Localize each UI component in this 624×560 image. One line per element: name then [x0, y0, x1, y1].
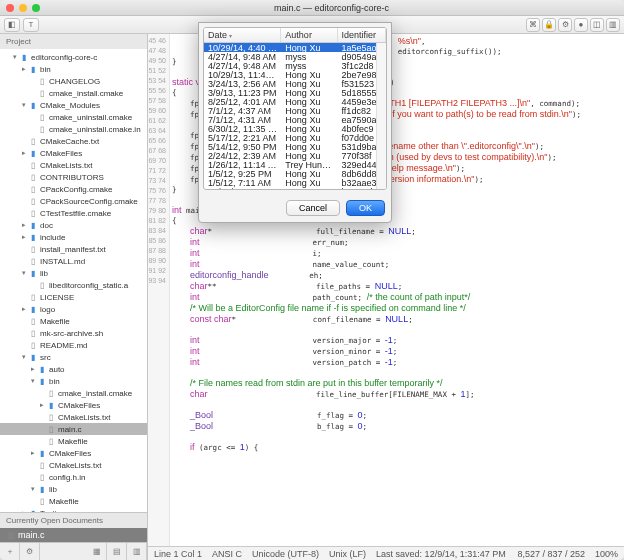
file-icon: ▯ — [37, 88, 47, 98]
tree-row[interactable]: ▯CMakeLists.txt — [0, 159, 147, 171]
tree-row[interactable]: ▯CONTRIBUTORS — [0, 171, 147, 183]
line-endings[interactable]: Unix (LF) — [329, 549, 366, 559]
table-row[interactable]: 12/30/11, 5:51 AMHong Xub7c8ceb — [204, 187, 386, 189]
col-author[interactable]: Author — [281, 28, 337, 42]
tree-row[interactable]: ▯INSTALL.md — [0, 255, 147, 267]
tree-row[interactable]: ▸▮include — [0, 231, 147, 243]
tree-row[interactable]: ▸▮logo — [0, 303, 147, 315]
tree-row[interactable]: ▯Makefile — [0, 435, 147, 447]
file-icon: ▯ — [28, 208, 38, 218]
toolbar-panel-button[interactable]: ◫ — [590, 18, 604, 32]
file-tree[interactable]: ▾▮editorconfig-core-c▸▮bin▯CHANGELOG▯cma… — [0, 49, 147, 512]
chevron-right-icon[interactable]: ▸ — [20, 305, 28, 313]
language-mode[interactable]: ANSI C — [212, 549, 242, 559]
tree-row[interactable]: ▯CMakeCache.txt — [0, 135, 147, 147]
tree-row[interactable]: ▯config.h.in — [0, 471, 147, 483]
cursor-position: Line 1 Col 1 — [154, 549, 202, 559]
tree-row[interactable]: ▯libeditorconfig_static.a — [0, 279, 147, 291]
tree-row[interactable]: ▯mk-src-archive.sh — [0, 327, 147, 339]
toolbar-lock-button[interactable]: 🔒 — [542, 18, 556, 32]
encoding[interactable]: Unicode (UTF-8) — [252, 549, 319, 559]
toolbar-back-button[interactable]: ◧ — [4, 18, 20, 32]
cancel-button[interactable]: Cancel — [286, 200, 340, 216]
chevron-right-icon[interactable]: ▸ — [38, 401, 46, 409]
toolbar-text-button[interactable]: T — [23, 18, 39, 32]
tab-mode2[interactable]: ▤ — [107, 543, 127, 560]
tree-row[interactable]: ▾▮src — [0, 351, 147, 363]
tree-row[interactable]: ▯CTestTestfile.cmake — [0, 207, 147, 219]
tree-row[interactable]: ▸▮CMakeFiles — [0, 447, 147, 459]
chevron-right-icon[interactable]: ▸ — [20, 149, 28, 157]
chevron-down-icon[interactable]: ▾ — [20, 353, 28, 361]
file-icon: ▯ — [46, 412, 56, 422]
file-icon: ▯ — [28, 160, 38, 170]
chevron-down-icon[interactable]: ▾ — [11, 53, 19, 61]
zoom-window-icon[interactable] — [32, 4, 40, 12]
chevron-right-icon[interactable]: ▸ — [20, 221, 28, 229]
chevron-right-icon[interactable]: ▸ — [29, 365, 37, 373]
ok-button[interactable]: OK — [346, 200, 385, 216]
file-icon: ▯ — [46, 388, 56, 398]
tree-row[interactable]: ▯install_manifest.txt — [0, 243, 147, 255]
tree-label: CONTRIBUTORS — [40, 173, 104, 182]
open-file-item[interactable]: ▨ main.c — [0, 528, 147, 542]
tree-row[interactable]: ▯Makefile — [0, 495, 147, 507]
toolbar-tag-button[interactable]: ⌘ — [526, 18, 540, 32]
tree-row[interactable]: ▸▮bin — [0, 63, 147, 75]
chevron-right-icon[interactable]: ▸ — [20, 233, 28, 241]
tree-row[interactable]: ▾▮editorconfig-core-c — [0, 51, 147, 63]
toolbar-dot-button[interactable]: ● — [574, 18, 588, 32]
tree-row[interactable]: ▾▮lib — [0, 267, 147, 279]
tree-row[interactable]: ▾▮lib — [0, 483, 147, 495]
line-gutter: 45 46 47 48 49 50 51 52 53 54 55 56 57 5… — [148, 34, 170, 546]
toolbar-split-button[interactable]: ▥ — [606, 18, 620, 32]
file-icon: ▯ — [28, 136, 38, 146]
tree-row[interactable]: ▯cmake_install.cmake — [0, 87, 147, 99]
minimize-window-icon[interactable] — [19, 4, 27, 12]
tree-label: README.md — [40, 341, 88, 350]
traffic-lights — [6, 4, 40, 12]
tab-mode3[interactable]: ▥ — [127, 543, 147, 560]
tree-row[interactable]: ▯CMakeLists.txt — [0, 411, 147, 423]
sort-desc-icon: ▾ — [229, 32, 232, 39]
chevron-down-icon[interactable]: ▾ — [20, 101, 28, 109]
tree-row[interactable]: ▯README.md — [0, 339, 147, 351]
tree-row[interactable]: ▯cmake_uninstall.cmake — [0, 111, 147, 123]
close-window-icon[interactable] — [6, 4, 14, 12]
tree-label: src — [40, 353, 51, 362]
tree-row[interactable]: ▯main.c — [0, 423, 147, 435]
tree-row[interactable]: ▯CPackSourceConfig.cmake — [0, 195, 147, 207]
tab-mode1[interactable]: ▦ — [87, 543, 107, 560]
col-date[interactable]: Date▾ — [204, 28, 281, 42]
zoom-level[interactable]: 100% — [595, 549, 618, 559]
col-identifier[interactable]: Identifier — [338, 28, 386, 42]
tree-label: Makefile — [49, 497, 79, 506]
tree-row[interactable]: ▾▮CMake_Modules — [0, 99, 147, 111]
tree-row[interactable]: ▸▮CMakeFiles — [0, 147, 147, 159]
file-icon: ▯ — [28, 340, 38, 350]
tree-row[interactable]: ▯CHANGELOG — [0, 75, 147, 87]
table-scrollbar[interactable] — [376, 43, 386, 189]
tree-row[interactable]: ▯cmake_uninstall.cmake.in — [0, 123, 147, 135]
tree-row[interactable]: ▸▮CMakeFiles — [0, 399, 147, 411]
tab-gear-icon[interactable]: ⚙ — [20, 543, 40, 560]
tree-row[interactable]: ▯cmake_install.cmake — [0, 387, 147, 399]
tree-row[interactable]: ▯LICENSE — [0, 291, 147, 303]
chevron-down-icon[interactable]: ▾ — [20, 269, 28, 277]
tree-row[interactable]: ▸▮doc — [0, 219, 147, 231]
tree-row[interactable]: ▾▮bin — [0, 375, 147, 387]
chevron-right-icon[interactable]: ▸ — [20, 65, 28, 73]
chevron-right-icon[interactable]: ▸ — [29, 449, 37, 457]
table-body[interactable]: 10/29/14, 4:40 PMHong Xu1a5e5ao4/27/14, … — [204, 43, 386, 189]
tree-label: CTestTestfile.cmake — [40, 209, 111, 218]
tree-row[interactable]: ▯CMakeLists.txt — [0, 459, 147, 471]
tab-add-icon[interactable]: ＋ — [0, 543, 20, 560]
tree-row[interactable]: ▸▮auto — [0, 363, 147, 375]
toolbar-gear-button[interactable]: ⚙ — [558, 18, 572, 32]
tree-row[interactable]: ▯Makefile — [0, 315, 147, 327]
tree-label: doc — [40, 221, 53, 230]
tree-label: cmake_install.cmake — [58, 389, 132, 398]
chevron-down-icon[interactable]: ▾ — [29, 485, 37, 493]
tree-row[interactable]: ▯CPackConfig.cmake — [0, 183, 147, 195]
chevron-down-icon[interactable]: ▾ — [29, 377, 37, 385]
